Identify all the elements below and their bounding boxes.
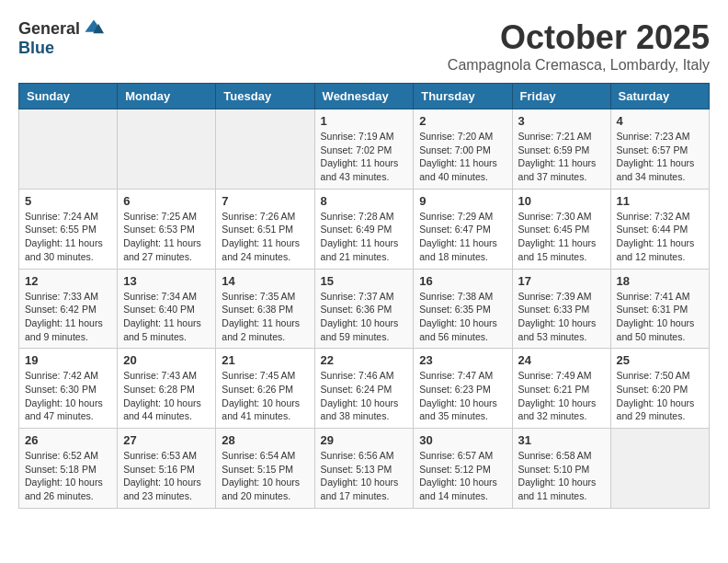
day-number: 4 [617, 114, 703, 128]
calendar-cell: 9Sunrise: 7:29 AM Sunset: 6:47 PM Daylig… [414, 189, 512, 269]
calendar-cell: 10Sunrise: 7:30 AM Sunset: 6:45 PM Dayli… [512, 189, 610, 269]
day-number: 27 [123, 433, 210, 447]
calendar-cell: 17Sunrise: 7:39 AM Sunset: 6:33 PM Dayli… [512, 269, 610, 349]
day-number: 24 [518, 353, 605, 367]
calendar-row: 19Sunrise: 7:42 AM Sunset: 6:30 PM Dayli… [19, 349, 710, 429]
day-number: 19 [25, 353, 111, 367]
calendar-table: SundayMondayTuesdayWednesdayThursdayFrid… [18, 83, 710, 509]
location-title: Campagnola Cremasca, Lombardy, Italy [448, 57, 710, 74]
day-info: Sunrise: 7:33 AM Sunset: 6:42 PM Dayligh… [25, 290, 111, 344]
day-number: 26 [25, 433, 111, 447]
day-number: 10 [518, 194, 605, 208]
day-number: 30 [419, 433, 506, 447]
day-number: 2 [419, 114, 506, 128]
header-cell-wednesday: Wednesday [314, 84, 414, 109]
calendar-cell: 8Sunrise: 7:28 AM Sunset: 6:49 PM Daylig… [314, 189, 414, 269]
calendar-cell: 19Sunrise: 7:42 AM Sunset: 6:30 PM Dayli… [19, 349, 118, 429]
logo-icon [84, 18, 104, 39]
header-cell-tuesday: Tuesday [216, 84, 314, 109]
day-number: 7 [222, 194, 308, 208]
day-number: 28 [222, 433, 308, 447]
calendar-cell: 13Sunrise: 7:34 AM Sunset: 6:40 PM Dayli… [118, 269, 216, 349]
day-info: Sunrise: 7:21 AM Sunset: 6:59 PM Dayligh… [518, 130, 605, 184]
day-info: Sunrise: 6:57 AM Sunset: 5:12 PM Dayligh… [419, 449, 506, 503]
calendar-cell: 18Sunrise: 7:41 AM Sunset: 6:31 PM Dayli… [610, 269, 709, 349]
day-info: Sunrise: 7:35 AM Sunset: 6:38 PM Dayligh… [222, 290, 308, 344]
day-info: Sunrise: 7:19 AM Sunset: 7:02 PM Dayligh… [321, 130, 408, 184]
calendar-cell: 14Sunrise: 7:35 AM Sunset: 6:38 PM Dayli… [216, 269, 314, 349]
calendar-cell: 30Sunrise: 6:57 AM Sunset: 5:12 PM Dayli… [414, 429, 512, 509]
day-number: 15 [321, 274, 408, 288]
calendar-cell: 3Sunrise: 7:21 AM Sunset: 6:59 PM Daylig… [512, 109, 610, 190]
day-info: Sunrise: 7:37 AM Sunset: 6:36 PM Dayligh… [321, 290, 408, 344]
day-info: Sunrise: 7:50 AM Sunset: 6:20 PM Dayligh… [617, 369, 703, 423]
day-number: 22 [321, 353, 408, 367]
day-info: Sunrise: 7:34 AM Sunset: 6:40 PM Dayligh… [123, 290, 210, 344]
day-info: Sunrise: 7:41 AM Sunset: 6:31 PM Dayligh… [617, 290, 703, 344]
calendar-cell: 24Sunrise: 7:49 AM Sunset: 6:21 PM Dayli… [512, 349, 610, 429]
day-info: Sunrise: 7:43 AM Sunset: 6:28 PM Dayligh… [123, 369, 210, 423]
day-info: Sunrise: 7:28 AM Sunset: 6:49 PM Dayligh… [321, 210, 408, 264]
calendar-cell [19, 109, 118, 190]
day-number: 11 [617, 194, 703, 208]
day-number: 18 [617, 274, 703, 288]
calendar-cell: 5Sunrise: 7:24 AM Sunset: 6:55 PM Daylig… [19, 189, 118, 269]
calendar-cell: 16Sunrise: 7:38 AM Sunset: 6:35 PM Dayli… [414, 269, 512, 349]
calendar-row: 1Sunrise: 7:19 AM Sunset: 7:02 PM Daylig… [19, 109, 710, 190]
day-number: 23 [419, 353, 506, 367]
calendar-cell: 28Sunrise: 6:54 AM Sunset: 5:15 PM Dayli… [216, 429, 314, 509]
calendar-row: 26Sunrise: 6:52 AM Sunset: 5:18 PM Dayli… [19, 429, 710, 509]
calendar-cell: 20Sunrise: 7:43 AM Sunset: 6:28 PM Dayli… [118, 349, 216, 429]
day-number: 29 [321, 433, 408, 447]
day-number: 8 [321, 194, 408, 208]
day-info: Sunrise: 7:20 AM Sunset: 7:00 PM Dayligh… [419, 130, 506, 184]
calendar-cell: 15Sunrise: 7:37 AM Sunset: 6:36 PM Dayli… [314, 269, 414, 349]
day-info: Sunrise: 7:23 AM Sunset: 6:57 PM Dayligh… [617, 130, 703, 184]
day-info: Sunrise: 6:54 AM Sunset: 5:15 PM Dayligh… [222, 449, 308, 503]
calendar-cell [610, 429, 709, 509]
day-info: Sunrise: 7:46 AM Sunset: 6:24 PM Dayligh… [321, 369, 408, 423]
calendar-cell [118, 109, 216, 190]
logo-blue-text: Blue [18, 39, 54, 58]
calendar-cell: 26Sunrise: 6:52 AM Sunset: 5:18 PM Dayli… [19, 429, 118, 509]
day-info: Sunrise: 6:52 AM Sunset: 5:18 PM Dayligh… [25, 449, 111, 503]
day-info: Sunrise: 6:56 AM Sunset: 5:13 PM Dayligh… [321, 449, 408, 503]
calendar-cell: 4Sunrise: 7:23 AM Sunset: 6:57 PM Daylig… [610, 109, 709, 190]
day-info: Sunrise: 7:25 AM Sunset: 6:53 PM Dayligh… [123, 210, 210, 264]
day-number: 1 [321, 114, 408, 128]
calendar-cell: 7Sunrise: 7:26 AM Sunset: 6:51 PM Daylig… [216, 189, 314, 269]
calendar-cell: 6Sunrise: 7:25 AM Sunset: 6:53 PM Daylig… [118, 189, 216, 269]
day-info: Sunrise: 6:58 AM Sunset: 5:10 PM Dayligh… [518, 449, 605, 503]
calendar-cell: 22Sunrise: 7:46 AM Sunset: 6:24 PM Dayli… [314, 349, 414, 429]
day-number: 21 [222, 353, 308, 367]
page-header: General Blue October 2025 Campagnola Cre… [18, 18, 710, 74]
calendar-header-row: SundayMondayTuesdayWednesdayThursdayFrid… [19, 84, 710, 109]
day-number: 3 [518, 114, 605, 128]
day-info: Sunrise: 7:45 AM Sunset: 6:26 PM Dayligh… [222, 369, 308, 423]
day-info: Sunrise: 6:53 AM Sunset: 5:16 PM Dayligh… [123, 449, 210, 503]
title-block: October 2025 Campagnola Cremasca, Lombar… [448, 18, 710, 74]
day-number: 12 [25, 274, 111, 288]
calendar-cell: 2Sunrise: 7:20 AM Sunset: 7:00 PM Daylig… [414, 109, 512, 190]
calendar-body: 1Sunrise: 7:19 AM Sunset: 7:02 PM Daylig… [19, 109, 710, 509]
day-info: Sunrise: 7:24 AM Sunset: 6:55 PM Dayligh… [25, 210, 111, 264]
day-number: 9 [419, 194, 506, 208]
day-number: 25 [617, 353, 703, 367]
day-number: 13 [123, 274, 210, 288]
day-info: Sunrise: 7:49 AM Sunset: 6:21 PM Dayligh… [518, 369, 605, 423]
calendar-cell: 11Sunrise: 7:32 AM Sunset: 6:44 PM Dayli… [610, 189, 709, 269]
day-info: Sunrise: 7:39 AM Sunset: 6:33 PM Dayligh… [518, 290, 605, 344]
header-cell-friday: Friday [512, 84, 610, 109]
calendar-row: 12Sunrise: 7:33 AM Sunset: 6:42 PM Dayli… [19, 269, 710, 349]
day-info: Sunrise: 7:29 AM Sunset: 6:47 PM Dayligh… [419, 210, 506, 264]
calendar-cell [216, 109, 314, 190]
calendar-cell: 31Sunrise: 6:58 AM Sunset: 5:10 PM Dayli… [512, 429, 610, 509]
header-cell-sunday: Sunday [19, 84, 118, 109]
day-info: Sunrise: 7:32 AM Sunset: 6:44 PM Dayligh… [617, 210, 703, 264]
logo-general-text: General [18, 19, 80, 39]
day-number: 6 [123, 194, 210, 208]
day-info: Sunrise: 7:26 AM Sunset: 6:51 PM Dayligh… [222, 210, 308, 264]
calendar-cell: 27Sunrise: 6:53 AM Sunset: 5:16 PM Dayli… [118, 429, 216, 509]
calendar-cell: 21Sunrise: 7:45 AM Sunset: 6:26 PM Dayli… [216, 349, 314, 429]
calendar-row: 5Sunrise: 7:24 AM Sunset: 6:55 PM Daylig… [19, 189, 710, 269]
